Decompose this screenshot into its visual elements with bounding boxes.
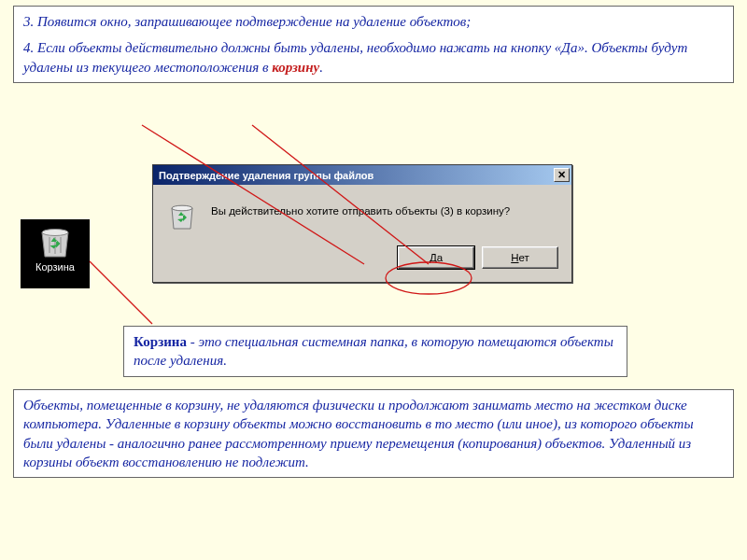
step-3-text: 3. Появится окно, запрашивающее подтверж… <box>23 12 724 31</box>
definition-rest: - это специальная системная папка, в кот… <box>134 334 613 368</box>
step-4-part-c: . <box>319 60 323 75</box>
recycle-bin-label: Корзина <box>35 261 75 273</box>
definition-text: Корзина - это специальная системная папк… <box>134 332 617 371</box>
yes-mnemonic: Д <box>430 252 437 263</box>
dialog-body: Вы действительно хотите отправить объект… <box>153 185 571 241</box>
explanation-box: Объекты, помещенные в корзину, не удаляю… <box>13 389 734 478</box>
dialog-title: Подтверждение удаления группы файлов <box>155 170 554 181</box>
svg-point-1 <box>172 205 192 211</box>
no-mnemonic: Н <box>511 252 518 263</box>
definition-box: Корзина - это специальная системная папк… <box>123 326 627 377</box>
instruction-box-1: 3. Появится окно, запрашивающее подтверж… <box>13 6 734 83</box>
recycle-bin-dialog-icon <box>166 200 198 231</box>
close-button[interactable]: ✕ <box>554 168 570 182</box>
step-4-text: 4. Если объекты действительно должны быт… <box>23 38 724 77</box>
no-rest: ет <box>519 252 529 263</box>
svg-line-5 <box>90 261 152 324</box>
dialog-message: Вы действительно хотите отправить объект… <box>211 200 510 217</box>
step-4-part-a: 4. Если объекты действительно должны быт… <box>23 40 687 74</box>
dialog-titlebar[interactable]: Подтверждение удаления группы файлов ✕ <box>153 165 571 185</box>
yes-rest: а <box>437 252 443 263</box>
recycle-bin-icon <box>36 223 74 259</box>
confirm-delete-dialog: Подтверждение удаления группы файлов ✕ В… <box>152 164 572 283</box>
dialog-button-row: Да Нет <box>153 241 571 282</box>
step-4-keyword: корзину <box>272 60 319 75</box>
explanation-text: Объекты, помещенные в корзину, не удаляю… <box>23 396 724 471</box>
recycle-bin-desktop-icon[interactable]: Корзина <box>21 219 90 288</box>
svg-point-0 <box>42 230 68 236</box>
yes-button[interactable]: Да <box>398 246 474 269</box>
definition-term: Корзина <box>134 334 187 349</box>
no-button[interactable]: Нет <box>482 246 558 269</box>
